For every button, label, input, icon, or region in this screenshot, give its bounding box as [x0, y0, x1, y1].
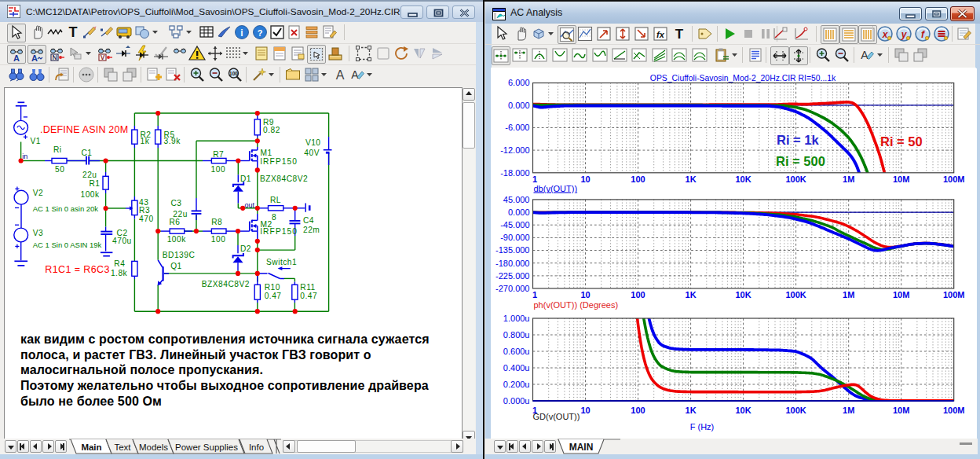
svg-text:0.200u: 0.200u: [503, 380, 530, 389]
svg-text:Q1: Q1: [170, 262, 182, 270]
svg-text:-18.000: -18.000: [500, 168, 529, 178]
svg-text:100K: 100K: [785, 290, 806, 299]
svg-text:R1C1 = R6C3: R1C1 = R6C3: [45, 264, 110, 275]
svg-text:Ri = 1k: Ri = 1k: [777, 133, 819, 147]
svg-text:V3: V3: [33, 229, 43, 237]
svg-text:R6: R6: [170, 218, 181, 226]
svg-text:?: ?: [258, 28, 263, 38]
svg-text:8: 8: [272, 213, 276, 222]
svg-text:0.000: 0.000: [508, 101, 530, 110]
svg-text:.DEFINE ASIN 20M: .DEFINE ASIN 20M: [40, 124, 128, 135]
svg-text:470: 470: [139, 215, 154, 223]
svg-text:OPS_Ciuffoli-Savosin_Mod-2_20H: OPS_Ciuffoli-Savosin_Mod-2_20Hz.CIR RI=5…: [650, 74, 836, 83]
svg-text:BZX84C8V2: BZX84C8V2: [202, 280, 250, 288]
svg-text:V1: V1: [31, 137, 41, 145]
svg-text:0.600u: 0.600u: [503, 347, 530, 356]
svg-text:100k: 100k: [167, 235, 186, 244]
svg-text:Text: Text: [114, 442, 131, 452]
svg-text:1M: 1M: [843, 406, 854, 415]
svg-text:1K: 1K: [686, 290, 697, 299]
svg-text:100M: 100M: [943, 406, 965, 415]
svg-text:R3: R3: [139, 206, 150, 215]
svg-text:C3: C3: [171, 199, 182, 207]
svg-text:470u: 470u: [112, 237, 132, 245]
svg-text:MAIN: MAIN: [569, 442, 594, 453]
svg-text:100: 100: [211, 165, 226, 174]
svg-text:100: 100: [631, 174, 645, 184]
svg-text:0.800u: 0.800u: [503, 330, 530, 340]
svg-text:D2: D2: [240, 244, 251, 253]
svg-text:10: 10: [580, 174, 590, 184]
svg-text:-6.000: -6.000: [505, 123, 529, 132]
svg-text:Ri = 50: Ri = 50: [880, 134, 923, 149]
svg-text:0.000u: 0.000u: [503, 396, 530, 406]
svg-text:100K: 100K: [785, 174, 806, 184]
svg-text:-90.000: -90.000: [500, 233, 529, 242]
svg-text:out: out: [245, 201, 255, 209]
svg-text:Main: Main: [81, 442, 101, 452]
svg-text:1K: 1K: [686, 406, 697, 415]
svg-text:R1: R1: [90, 179, 101, 188]
svg-text:-225.000: -225.000: [495, 271, 529, 281]
svg-text:1: 1: [532, 290, 537, 299]
svg-text:F (Hz): F (Hz): [690, 422, 715, 431]
svg-text:10: 10: [580, 290, 590, 299]
svg-text:Ri: Ri: [53, 145, 62, 154]
svg-text:10M: 10M: [893, 290, 909, 299]
svg-text:C4: C4: [303, 216, 314, 225]
svg-text:Info: Info: [249, 442, 264, 452]
svg-text:1M: 1M: [843, 174, 854, 184]
svg-text:GD(v(OUT)): GD(v(OUT)): [533, 412, 580, 421]
svg-text:in: in: [22, 152, 27, 160]
svg-text:Power Supplies: Power Supplies: [175, 442, 238, 452]
svg-text:M1: M1: [260, 149, 272, 157]
svg-text:A: A: [13, 53, 20, 63]
svg-text:N: N: [52, 53, 57, 61]
svg-text:-45.000: -45.000: [500, 220, 529, 230]
svg-text:-12.000: -12.000: [500, 145, 529, 155]
svg-text:A: A: [336, 68, 345, 82]
svg-text:IRFP150: IRFP150: [260, 157, 298, 166]
svg-text:10M: 10M: [893, 174, 909, 184]
svg-text:45.000: 45.000: [503, 195, 530, 204]
svg-text:A: A: [861, 49, 868, 61]
svg-text:1.000u: 1.000u: [503, 314, 530, 323]
svg-text:100: 100: [229, 71, 238, 76]
svg-text:22u: 22u: [82, 171, 97, 179]
svg-text:T: T: [69, 24, 78, 40]
svg-text:-180.000: -180.000: [495, 259, 529, 268]
svg-text:-135.000: -135.000: [495, 245, 529, 255]
svg-text:C1: C1: [82, 149, 93, 157]
svg-text:A: A: [31, 53, 38, 63]
svg-text:10K: 10K: [736, 174, 751, 184]
svg-text:100k: 100k: [81, 190, 100, 199]
svg-text:T: T: [675, 27, 684, 42]
svg-text:V: V: [101, 53, 105, 61]
svg-text:R4: R4: [114, 259, 125, 268]
svg-text:i: i: [240, 28, 243, 39]
svg-text:R7: R7: [213, 150, 224, 159]
svg-text:IRFP150: IRFP150: [260, 227, 298, 236]
svg-text:R8: R8: [211, 218, 222, 226]
svg-text:Switch1: Switch1: [266, 258, 297, 266]
svg-text:D1: D1: [240, 174, 251, 183]
svg-text:10: 10: [580, 406, 590, 415]
svg-text:0.000: 0.000: [508, 207, 530, 217]
svg-text:50: 50: [55, 165, 64, 174]
svg-text:BD139C: BD139C: [163, 251, 196, 259]
svg-text:100: 100: [631, 406, 645, 415]
svg-text:100: 100: [631, 290, 645, 299]
svg-text:100: 100: [211, 235, 226, 244]
svg-text:1K: 1K: [686, 174, 697, 184]
svg-text:RL: RL: [270, 196, 281, 204]
svg-text:AC 1 Sin 0 ASIN 19k: AC 1 Sin 0 ASIN 19k: [33, 241, 102, 249]
svg-text:40V: 40V: [304, 149, 320, 157]
svg-text:V10: V10: [305, 138, 321, 147]
svg-text:3.9k: 3.9k: [164, 137, 181, 145]
svg-text:100M: 100M: [943, 174, 965, 184]
svg-text:1M: 1M: [843, 290, 854, 299]
svg-text:-270.000: -270.000: [495, 284, 529, 293]
svg-text:100K: 100K: [785, 406, 806, 415]
svg-text:100M: 100M: [943, 290, 965, 299]
svg-text:0.47: 0.47: [300, 292, 317, 300]
